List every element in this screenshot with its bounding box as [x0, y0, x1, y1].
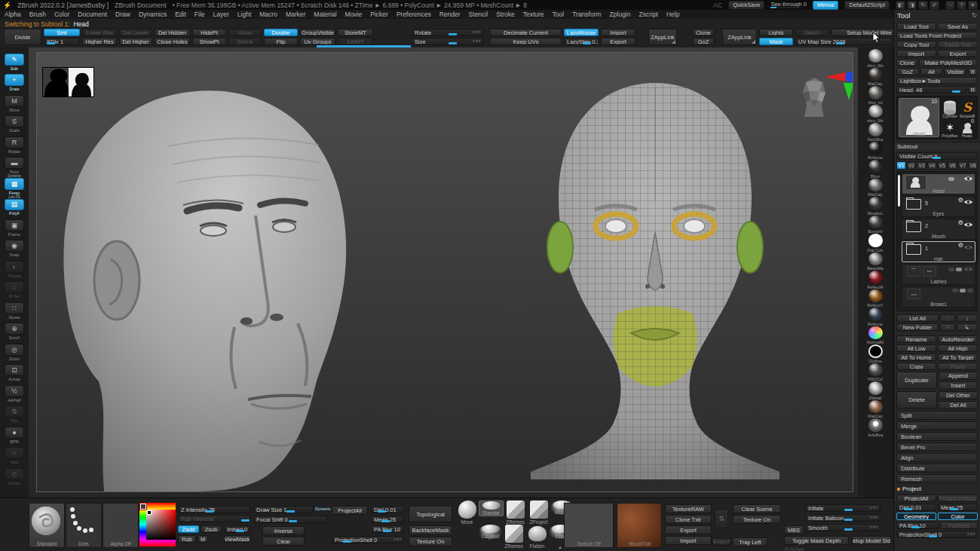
load-tool-button[interactable]: Load Tool — [896, 23, 936, 30]
eye-icon[interactable] — [963, 199, 973, 205]
sculpt-head-wireframe[interactable] — [519, 72, 792, 479]
subtool-page-tab[interactable]: V8 — [968, 161, 978, 170]
dist-slider-bottom[interactable]: Dist 0.01 — [371, 506, 404, 513]
brush-quick-slot[interactable]: Standar — [479, 500, 504, 516]
window-control-button[interactable]: ▫ — [945, 1, 955, 10]
menus-button[interactable]: Menus — [813, 1, 839, 10]
left-shelf-button[interactable]: ∷ Xpose — [3, 298, 26, 320]
decimate-current-button[interactable]: Decimate Current — [490, 29, 562, 36]
material-item[interactable]: MatCap — [860, 179, 890, 197]
clear-scene-button[interactable]: Clear Scene — [733, 504, 781, 513]
menu-item[interactable]: Layer — [213, 11, 229, 18]
hidept-button[interactable]: HidePt — [192, 29, 226, 36]
subtool-section-header[interactable]: Subtool — [894, 142, 980, 151]
titlebar-tool-icon[interactable]: ✎ — [918, 1, 928, 10]
tool-slot-simplebrush[interactable]: S SimpleB — [959, 98, 975, 118]
gear-icon[interactable]: ⚙ — [958, 242, 963, 249]
left-shelf-button[interactable]: ◐ Transp — [3, 257, 26, 278]
new-folder-button[interactable]: New Folder — [896, 323, 939, 331]
shrink-button[interactable]: Shrink — [228, 38, 262, 45]
left-shelf-button[interactable]: ▣ Frame — [3, 216, 26, 237]
tool-slot-cylinder[interactable]: Cylinder — [942, 98, 958, 118]
clone-button[interactable]: Clone — [693, 29, 714, 36]
left-shelf-button[interactable]: ● BPR — [3, 423, 26, 444]
grow-button[interactable]: Grow — [228, 29, 262, 36]
active-brush-thumbnail[interactable]: Standard — [29, 503, 65, 548]
material-item[interactable]: zbro_Ski — [860, 49, 890, 68]
subtool-page-tab[interactable]: V4 — [927, 161, 937, 170]
menu-item[interactable]: Texture — [523, 11, 544, 18]
left-shelf-button[interactable]: ⊕ Scroll — [3, 320, 26, 341]
left-shelf-button[interactable]: Dynamic ▦ Persp — [3, 174, 26, 195]
project-section-header[interactable]: Project — [894, 485, 980, 493]
left-shelf-button[interactable]: ○ Solo — [3, 444, 26, 465]
project-history-button[interactable]: Project History — [938, 494, 978, 502]
material-item[interactable]: BumpVi — [860, 216, 890, 234]
left-shelf-button[interactable]: R Rotate — [3, 133, 26, 154]
r-button-2[interactable]: R — [968, 86, 978, 93]
del-lower-button[interactable]: Del Lower — [119, 29, 152, 36]
section-header[interactable]: Boolean — [896, 432, 978, 441]
inverse-button[interactable]: Inverse — [262, 526, 305, 535]
projection-shell-slider-bottom[interactable]: ProjectionShell 0≡▾z — [332, 536, 404, 543]
dynamic-label[interactable]: Dynamic — [315, 507, 331, 511]
subtool-page-tab[interactable]: V2 — [907, 161, 917, 170]
close-holes-button[interactable]: Close Holes — [155, 38, 190, 45]
menu-item[interactable]: Macro — [259, 11, 277, 18]
all-high-button[interactable]: All High — [938, 344, 978, 352]
higher-res-button[interactable]: Higher Res — [82, 38, 117, 45]
draw-size-slider[interactable]: Draw Size 1 — [253, 506, 314, 513]
menu-item[interactable]: Zscript — [639, 11, 658, 18]
eye-icon[interactable] — [963, 266, 973, 272]
z-intensity-slider[interactable]: Z Intensity 25 — [178, 506, 250, 513]
axis-gizmo[interactable] — [823, 70, 853, 102]
delete-button[interactable]: Delete — [896, 391, 937, 409]
subtool-scrollbar[interactable] — [898, 175, 900, 207]
subtool-item-brows1[interactable]: 〰 Brows1 — [902, 286, 975, 308]
projectall-button-bottom[interactable]: ProjectAll — [332, 506, 368, 515]
lazystep-slider[interactable]: LazyStep 0.25 — [564, 38, 599, 45]
storemt-button[interactable]: StoreMT — [338, 29, 373, 36]
brush-texture-thumbnail[interactable]: ~BrushTxtr — [617, 503, 662, 548]
subtool-item-eyes[interactable]: 5 ⚙ Eyes — [902, 196, 975, 217]
active-tool-thumbnail[interactable]: 10 Head — [899, 98, 939, 137]
section-header[interactable]: Merge — [896, 421, 978, 430]
material-item[interactable]: Blinn — [860, 160, 890, 179]
texture-on-button-2[interactable]: Texture On — [733, 515, 781, 524]
menu-item[interactable]: Tool — [553, 11, 565, 18]
mean-slider-bottom[interactable]: Mean 25 — [371, 516, 404, 523]
mask-button[interactable]: Mask — [759, 38, 793, 45]
menu-item[interactable]: Dynamics — [139, 11, 167, 18]
texture-off-thumbnail[interactable]: Texture Off — [564, 503, 614, 548]
mbs-button[interactable]: MBS — [784, 525, 804, 534]
r-button[interactable]: R — [968, 68, 978, 75]
rotate-slider[interactable]: Rotate≡▾z — [412, 29, 483, 36]
material-item[interactable]: zbro_mi — [860, 86, 890, 105]
uv-groups-button[interactable]: Uv Groups — [300, 38, 335, 45]
import-button[interactable]: Import — [601, 29, 635, 36]
left-shelf-button[interactable]: ◇ Gizmo — [3, 464, 26, 485]
goz-all-button[interactable]: All — [920, 68, 943, 75]
current-color-swatch[interactable] — [140, 504, 146, 510]
left-shelf-button[interactable]: S Scale — [3, 112, 26, 133]
brush-quick-slot[interactable]: ZRemes — [504, 500, 527, 525]
keep-uvs-button[interactable]: Keep UVs — [490, 38, 562, 45]
clear-button[interactable]: Clear — [262, 537, 305, 546]
left-shelf-button[interactable]: ✎ Edit — [3, 50, 26, 71]
menu-item[interactable]: Picker — [370, 11, 388, 18]
geometry-button[interactable]: Geometry — [896, 513, 936, 520]
inflate-balloon-slider[interactable]: Inflate Balloon≡▾z — [805, 514, 880, 522]
double-button[interactable]: Double — [264, 29, 298, 36]
quicksave-button[interactable]: QuickSave — [728, 1, 764, 10]
paste-tool-button[interactable]: Paste Tool — [938, 41, 978, 48]
topological-button[interactable]: Topological — [409, 506, 452, 522]
zapplink-button[interactable]: ZAppLink — [648, 29, 677, 45]
all-to-home-button[interactable]: All To Home — [896, 354, 936, 361]
menu-item[interactable]: Alpha — [5, 11, 21, 18]
visible-count-slider[interactable]: Visible Count 9 — [896, 152, 978, 160]
alpha-thumbnail[interactable]: Alpha Off — [103, 503, 139, 548]
canvas[interactable] — [29, 47, 858, 497]
titlebar-tool-icon[interactable]: ◨ — [907, 1, 917, 10]
material-item[interactable]: NormalM — [860, 326, 890, 345]
append-button[interactable]: Append — [939, 372, 978, 380]
